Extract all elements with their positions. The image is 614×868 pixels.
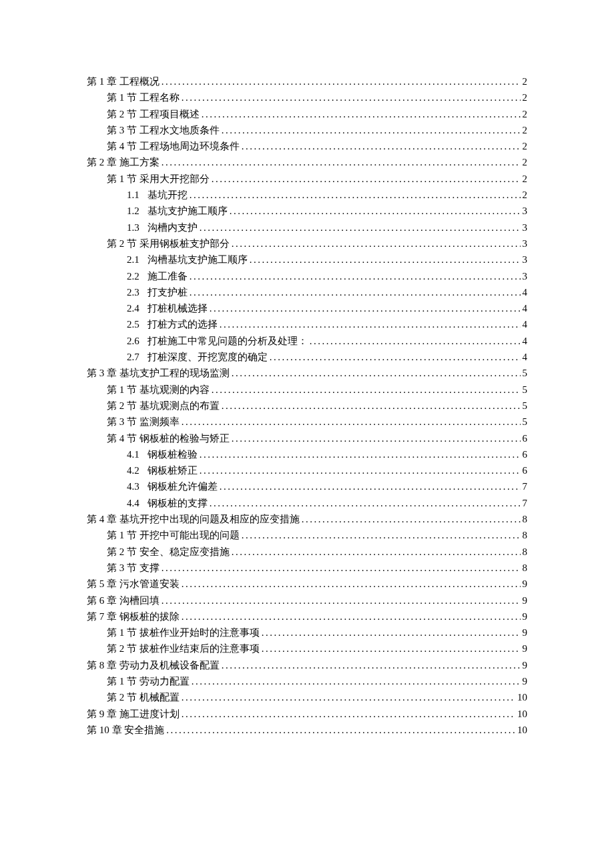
toc-entry-page: 6 bbox=[523, 430, 528, 446]
toc-entry[interactable]: 第 1 节 开挖中可能出现的问题8 bbox=[87, 527, 527, 543]
toc-entry-label: 第 1 节 基坑观测的内容 bbox=[107, 382, 210, 398]
toc-entry[interactable]: 1.2基坑支护施工顺序3 bbox=[87, 203, 527, 219]
toc-entry[interactable]: 第 7 章 钢板桩的拔除9 bbox=[87, 608, 527, 624]
toc-entry[interactable]: 2.6打桩施工中常见问题的分析及处理：4 bbox=[87, 333, 527, 349]
toc-leader-dots bbox=[162, 154, 521, 170]
toc-leader-dots bbox=[166, 722, 515, 738]
toc-entry[interactable]: 第 2 节 工程项目概述2 bbox=[87, 106, 527, 122]
toc-entry-page: 6 bbox=[523, 462, 528, 478]
toc-entry[interactable]: 第 3 节 支撑8 bbox=[87, 560, 527, 576]
toc-entry-page: 4 bbox=[523, 316, 528, 332]
toc-entry-page: 2 bbox=[523, 171, 528, 187]
toc-entry-label: 打桩机械选择 bbox=[147, 300, 208, 316]
toc-entry[interactable]: 第 8 章 劳动力及机械设备配置9 bbox=[87, 657, 527, 673]
toc-entry[interactable]: 2.3打支护桩4 bbox=[87, 284, 527, 300]
toc-entry-page: 3 bbox=[523, 220, 528, 236]
toc-entry[interactable]: 第 4 章 基坑开挖中出现的问题及相应的应变措施8 bbox=[87, 511, 527, 527]
toc-entry-page: 2 bbox=[523, 187, 528, 203]
toc-entry[interactable]: 4.3钢板桩允许偏差7 bbox=[87, 478, 527, 494]
toc-entry-label: 基坑支护施工顺序 bbox=[147, 203, 228, 219]
toc-entry[interactable]: 第 2 节 安全、稳定应变措施8 bbox=[87, 544, 527, 560]
toc-entry[interactable]: 第 5 章 污水管道安装9 bbox=[87, 576, 527, 592]
toc-entry-label: 第 4 节 工程场地周边环境条件 bbox=[107, 138, 240, 154]
toc-entry-page: 3 bbox=[523, 236, 528, 252]
toc-entry-label: 第 9 章 施工进度计划 bbox=[87, 706, 180, 722]
toc-entry[interactable]: 第 1 节 基坑观测的内容5 bbox=[87, 382, 527, 398]
toc-entry[interactable]: 第 1 节 拔桩作业开始时的注意事项9 bbox=[87, 624, 527, 640]
toc-entry[interactable]: 2.1沟槽基坑支护施工顺序3 bbox=[87, 252, 527, 268]
toc-entry[interactable]: 第 2 节 基坑观测点的布置5 bbox=[87, 398, 527, 414]
toc-entry-number: 2.3 bbox=[127, 284, 139, 300]
toc-entry-page: 3 bbox=[523, 252, 528, 268]
toc-entry-page: 8 bbox=[523, 511, 528, 527]
toc-entry[interactable]: 第 2 节 拔桩作业结束后的注意事项9 bbox=[87, 640, 527, 657]
toc-entry-page: 5 bbox=[523, 398, 528, 414]
toc-leader-dots bbox=[162, 73, 521, 89]
toc-entry[interactable]: 第 3 节 工程水文地质条件2 bbox=[87, 122, 527, 138]
toc-entry[interactable]: 第 1 章 工程概况2 bbox=[87, 73, 527, 89]
toc-entry-number: 1.3 bbox=[127, 220, 139, 236]
toc-entry-label: 第 1 节 工程名称 bbox=[107, 89, 180, 105]
toc-entry-page: 9 bbox=[523, 624, 528, 640]
toc-entry-label: 第 3 章 基坑支护工程的现场监测 bbox=[87, 365, 230, 381]
toc-leader-dots bbox=[210, 495, 521, 511]
toc-entry-page: 9 bbox=[523, 608, 528, 624]
toc-entry-number: 2.6 bbox=[127, 333, 139, 349]
toc-entry-label: 第 3 节 监测频率 bbox=[107, 414, 180, 430]
toc-entry[interactable]: 第 1 节 工程名称2 bbox=[87, 89, 527, 105]
toc-entry[interactable]: 4.1钢板桩检验6 bbox=[87, 446, 527, 462]
toc-entry-label: 第 3 节 工程水文地质条件 bbox=[107, 122, 220, 138]
toc-leader-dots bbox=[182, 89, 521, 105]
toc-entry[interactable]: 1.3沟槽内支护3 bbox=[87, 220, 527, 236]
toc-leader-dots bbox=[250, 252, 521, 268]
toc-entry[interactable]: 第 6 章 沟槽回填9 bbox=[87, 592, 527, 608]
toc-entry[interactable]: 第 2 节 采用钢板桩支护部分3 bbox=[87, 236, 527, 252]
toc-entry-label: 沟槽内支护 bbox=[147, 220, 198, 236]
toc-entry[interactable]: 第 9 章 施工进度计划10 bbox=[87, 706, 527, 722]
toc-entry[interactable]: 第 10 章 安全措施10 bbox=[87, 722, 527, 738]
toc-entry-label: 打桩深度、开挖宽度的确定 bbox=[147, 349, 268, 365]
toc-entry[interactable]: 第 2 节 机械配置10 bbox=[87, 689, 527, 705]
toc-entry[interactable]: 4.4钢板桩的支撑7 bbox=[87, 495, 527, 511]
toc-entry[interactable]: 4.2钢板桩矫正6 bbox=[87, 462, 527, 478]
toc-entry-label: 第 4 章 基坑开挖中出现的问题及相应的应变措施 bbox=[87, 511, 300, 527]
toc-entry[interactable]: 2.2施工准备3 bbox=[87, 268, 527, 284]
toc-entry-label: 第 2 节 安全、稳定应变措施 bbox=[107, 544, 230, 560]
toc-entry-number: 4.1 bbox=[127, 446, 139, 462]
toc-entry-label: 钢板桩检验 bbox=[147, 446, 198, 462]
toc-leader-dots bbox=[190, 187, 521, 203]
toc-entry[interactable]: 第 1 节 劳动力配置9 bbox=[87, 673, 527, 689]
toc-entry-label: 第 2 节 工程项目概述 bbox=[107, 106, 200, 122]
toc-entry-label: 第 3 节 支撑 bbox=[107, 560, 160, 576]
toc-entry[interactable]: 第 3 章 基坑支护工程的现场监测5 bbox=[87, 365, 527, 381]
toc-leader-dots bbox=[182, 414, 521, 430]
toc-entry-label: 打桩施工中常见问题的分析及处理： bbox=[147, 333, 308, 349]
toc-leader-dots bbox=[190, 268, 521, 284]
toc-entry[interactable]: 第 1 节 采用大开挖部分2 bbox=[87, 171, 527, 187]
toc-entry[interactable]: 1.1基坑开挖2 bbox=[87, 187, 527, 203]
toc-entry[interactable]: 第 3 节 监测频率5 bbox=[87, 414, 527, 430]
toc-entry-page: 7 bbox=[523, 495, 528, 511]
toc-entry-number: 4.3 bbox=[127, 478, 139, 494]
toc-entry-label: 第 8 章 劳动力及机械设备配置 bbox=[87, 657, 220, 673]
toc-entry-page: 2 bbox=[523, 154, 528, 170]
toc-entry-page: 2 bbox=[523, 138, 528, 154]
toc-entry-label: 第 1 章 工程概况 bbox=[87, 73, 160, 89]
toc-entry-page: 4 bbox=[523, 349, 528, 365]
toc-entry-page: 10 bbox=[517, 706, 527, 722]
toc-entry[interactable]: 2.5打桩方式的选择4 bbox=[87, 316, 527, 332]
toc-entry[interactable]: 2.4打桩机械选择4 bbox=[87, 300, 527, 316]
toc-leader-dots bbox=[232, 430, 521, 446]
toc-entry[interactable]: 第 4 节 钢板桩的检验与矫正6 bbox=[87, 430, 527, 446]
toc-entry-label: 第 5 章 污水管道安装 bbox=[87, 576, 180, 592]
toc-entry-label: 第 2 节 基坑观测点的布置 bbox=[107, 398, 220, 414]
toc-entry-label: 第 1 节 劳动力配置 bbox=[107, 673, 190, 689]
toc-leader-dots bbox=[200, 446, 521, 462]
toc-entry[interactable]: 2.7打桩深度、开挖宽度的确定4 bbox=[87, 349, 527, 365]
toc-entry-page: 10 bbox=[517, 689, 527, 705]
toc-entry-number: 2.1 bbox=[127, 252, 139, 268]
toc-entry[interactable]: 第 4 节 工程场地周边环境条件2 bbox=[87, 138, 527, 154]
toc-leader-dots bbox=[232, 236, 521, 252]
toc-leader-dots bbox=[182, 608, 521, 624]
toc-entry[interactable]: 第 2 章 施工方案2 bbox=[87, 154, 527, 170]
